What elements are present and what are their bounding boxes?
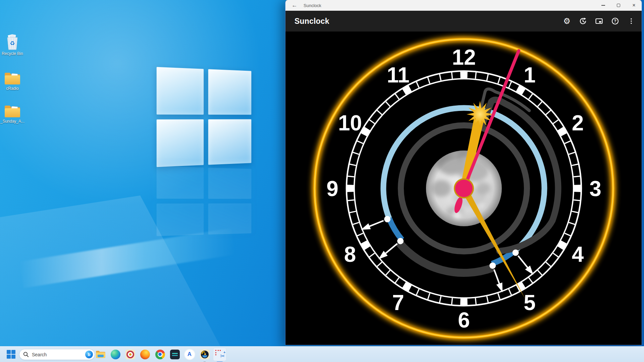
screenshot-tool-icon: ✂ + [215, 350, 225, 359]
hour-number: 6 [458, 308, 470, 332]
folder-icon [0, 70, 27, 85]
more-menu-button[interactable] [626, 15, 637, 27]
hour-number: 12 [452, 45, 476, 69]
svg-text:♻: ♻ [10, 40, 15, 47]
taskbar-file-explorer[interactable] [94, 348, 107, 361]
clock-hub [454, 178, 474, 198]
search-icon [23, 352, 29, 357]
history-clock-icon [579, 17, 587, 25]
minimize-button[interactable] [595, 0, 611, 11]
app-bar: Sunclock ⚙ [285, 11, 642, 32]
sunclock-app-icon [200, 350, 210, 359]
start-button[interactable] [4, 348, 18, 361]
folder-icon [0, 103, 27, 118]
kebab-menu-icon [627, 17, 635, 25]
hour-number: 4 [572, 242, 584, 266]
window-title: Sunclock [304, 3, 321, 8]
edge-icon [111, 350, 120, 359]
file-explorer-icon [96, 350, 106, 359]
app-title: Sunclock [294, 17, 329, 26]
picture-in-picture-icon [595, 17, 603, 25]
sunclock-window: ← Sunclock × Sunclock ⚙ [285, 0, 642, 345]
taskbar-edge[interactable] [109, 348, 122, 361]
a-app-icon: A [185, 350, 195, 359]
hour-number: 10 [338, 111, 362, 135]
taskbar-sunclock[interactable] [198, 348, 211, 361]
hour-number: 5 [524, 291, 536, 315]
hour-number: 8 [344, 242, 356, 266]
archive-app-icon [170, 350, 180, 359]
help-icon: ? [611, 17, 619, 25]
search-placeholder: Search [32, 352, 85, 357]
desktop-icon-sunday-folder[interactable]: _Sunday_A... [0, 103, 27, 124]
settings-button[interactable]: ⚙ [561, 15, 573, 27]
desktop-icon-label: _Sunday_A... [0, 119, 27, 124]
desktop-icon-recycle-bin[interactable]: ♻ Recycle Bin [0, 35, 27, 56]
hour-number: 2 [572, 111, 584, 135]
hour-number: 7 [392, 291, 404, 315]
bing-icon[interactable]: b [85, 351, 93, 358]
taskbar-chrome[interactable] [153, 348, 167, 361]
close-button[interactable]: × [626, 0, 642, 11]
windows-start-icon [7, 350, 15, 359]
gear-icon: ⚙ [563, 17, 571, 25]
window-titlebar[interactable]: ← Sunclock × [285, 0, 642, 11]
desktop-screen: ♻ Recycle Bin cRadio [0, 0, 644, 362]
history-button[interactable] [577, 15, 589, 27]
desktop-icon-label: Recycle Bin [0, 52, 27, 56]
picture-in-picture-button[interactable] [593, 15, 605, 27]
hour-number: 3 [589, 177, 601, 201]
chrome-icon [155, 350, 165, 359]
taskbar: Search b [0, 346, 644, 362]
taskbar-firefox[interactable] [138, 348, 152, 361]
taskbar-screenshot-tool[interactable]: ✂ + [213, 348, 226, 361]
recycle-bin-icon: ♻ [0, 35, 27, 50]
sunclock-face: 121234567891011 [285, 32, 642, 345]
desktop-icon-label: cRadio [0, 86, 27, 91]
hour-number: 1 [524, 63, 536, 87]
wallpaper-light-glow [0, 0, 302, 215]
taskbar-a-app[interactable]: A [183, 348, 196, 361]
close-icon: × [632, 3, 635, 8]
hour-number: 11 [387, 63, 410, 87]
help-button[interactable]: ? [609, 15, 621, 27]
minimize-icon [601, 5, 605, 6]
hour-number: 9 [326, 177, 338, 201]
taskbar-archive-app[interactable] [168, 348, 181, 361]
desktop-icon-cradio[interactable]: cRadio [0, 70, 27, 91]
windows-logo-reflection [157, 166, 252, 236]
firefox-icon [140, 350, 150, 359]
taskbar-dial-app[interactable] [123, 348, 137, 361]
taskbar-search[interactable]: Search b [19, 349, 95, 360]
maximize-button[interactable] [611, 0, 626, 11]
dial-app-icon [125, 350, 135, 359]
windows-logo [157, 67, 252, 167]
maximize-icon [617, 4, 620, 7]
back-button[interactable]: ← [289, 2, 300, 9]
svg-text:?: ? [614, 19, 616, 23]
sunclock-content: 121234567891011 [285, 32, 642, 345]
